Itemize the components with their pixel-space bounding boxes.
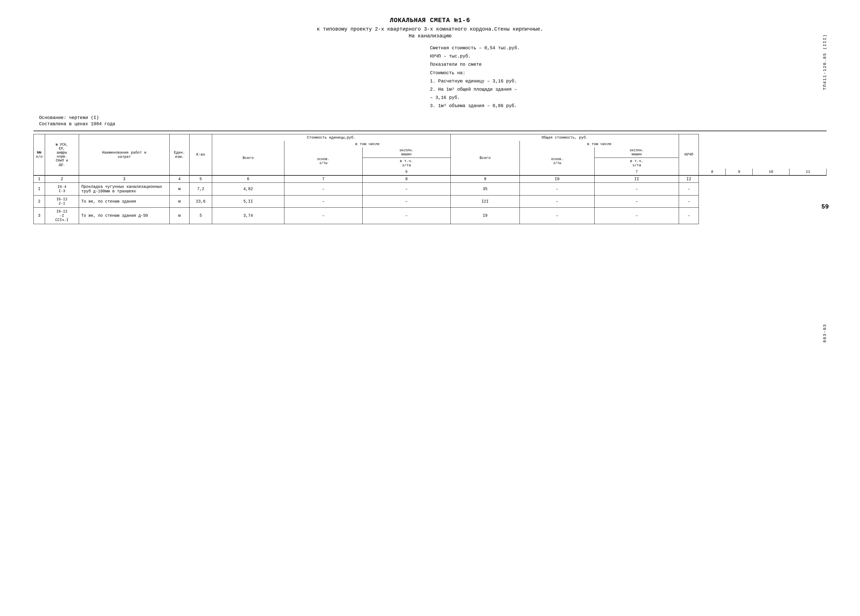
indicators-line: Показатели по смете	[430, 61, 821, 69]
sqm-line: 2. На 1м² общей площади здания –	[430, 86, 821, 94]
col-num-9: 9	[726, 168, 753, 175]
calc-unit-line: 1. Расчетную единицу – 3,16 руб.	[430, 78, 821, 85]
col-vtch1-header: в т.ч.з/та	[362, 157, 450, 168]
row2-vsego1: 5,II	[212, 195, 284, 207]
row3-kvo: 5	[190, 207, 212, 224]
table-row: I I6-4I-3 Прокладка чугунных канализацио…	[34, 182, 827, 195]
row3-name: То же, по стенам здания д-50	[79, 207, 169, 224]
row2-ed: м	[169, 195, 190, 207]
col-num-7: 7	[595, 168, 679, 175]
col-osnov1: основ.з/ты	[284, 147, 363, 175]
basis-right	[430, 115, 821, 128]
main-title: ЛОКАЛЬНАЯ СМЕТА №1-6	[33, 17, 827, 24]
subtitle1: к типовому проекту 2-х квартирного 3-х к…	[33, 26, 827, 32]
page-number-top: 59	[821, 203, 829, 211]
table-header-row1: №№п/п № УСН,ЕР,шифрынорм.СНиП идр. Наиме…	[34, 134, 827, 141]
row2-v7: –	[284, 195, 363, 207]
row2-v10: –	[520, 195, 595, 207]
table-row: 2 I6-I22-I То же, по стенам здания м 23,…	[34, 195, 827, 207]
col-vsego2: Всего	[450, 141, 519, 175]
row3-v11: –	[595, 207, 679, 224]
row3-usn: I6-I2-ICCIч.I	[45, 207, 79, 224]
row3-vsego1: 3,74	[212, 207, 284, 224]
top-divider	[33, 130, 827, 131]
compiled-line: Составлена в ценах 1984 года	[39, 121, 115, 127]
cn11: II	[595, 175, 679, 183]
info-left	[39, 44, 391, 111]
row1-v10: –	[520, 182, 595, 195]
row2-name: То же, по стенам здания	[79, 195, 169, 207]
col-header-num: №№п/п	[34, 134, 45, 175]
info-block: Сметная стоимость – 0,54 тыс.руб. НУЧП –…	[33, 44, 827, 111]
row1-v11: –	[595, 182, 679, 195]
cn10: I0	[520, 175, 595, 183]
row3-v8: –	[362, 207, 450, 224]
col-number-labels: 1 2 3 4 5 6 7 8 9 I0 II I2	[34, 175, 827, 183]
volume-line: 3. 1м³ объема здания – 0,86 руб.	[430, 102, 821, 110]
cn6: 6	[212, 175, 284, 183]
col-ekspl2: эксплн.машин	[595, 147, 679, 158]
cn9: 9	[450, 175, 519, 183]
row2-vsego2: I2I	[450, 195, 519, 207]
row1-ed: м	[169, 182, 190, 195]
row3-ed: м	[169, 207, 190, 224]
col-num-11: 11	[789, 168, 827, 175]
cost-on-line: Стоимость на:	[430, 69, 821, 77]
row1-nuch: –	[679, 182, 699, 195]
basis-line: Основание: чертежи (I)	[39, 115, 115, 120]
col-v-tom-chisle2: в том числе	[520, 141, 679, 147]
cn12: I2	[679, 175, 699, 183]
col-header-nuch: НУЧП	[679, 134, 699, 175]
row1-vsego2: 35	[450, 182, 519, 195]
col-header-cost-unit: Стоимость единицы,руб.	[212, 134, 451, 141]
cn8: 8	[362, 175, 450, 183]
row2-usn: I6-I22-I	[45, 195, 79, 207]
cn3: 3	[79, 175, 169, 183]
right-margin-bottom-label: 663-03	[822, 324, 827, 343]
row2-num: 2	[34, 195, 45, 207]
cn4: 4	[169, 175, 190, 183]
col-header-cost-total: Общая стоимость, руб.	[450, 134, 679, 141]
row1-v8: –	[362, 182, 450, 195]
cn5: 5	[190, 175, 212, 183]
col-vtch2-header: в т.ч.з/та	[595, 157, 679, 168]
row3-v10: –	[520, 207, 595, 224]
cn7: 7	[284, 175, 363, 183]
sqm-value-line: – 3,16 руб.	[430, 94, 821, 102]
col-header-usn: № УСН,ЕР,шифрынорм.СНиП идр.	[45, 134, 79, 175]
row3-v7: –	[284, 207, 363, 224]
main-table: №№п/п № УСН,ЕР,шифрынорм.СНиП идр. Наиме…	[33, 134, 827, 224]
table-row: 3 I6-I2-ICCIч.I То же, по стенам здания …	[34, 207, 827, 224]
info-right: Сметная стоимость – 0,54 тыс.руб. НУЧП –…	[430, 44, 821, 111]
col-num-6: 6	[362, 168, 450, 175]
row2-nuch: –	[679, 195, 699, 207]
col-header-ed: Един.изм.	[169, 134, 190, 175]
row1-vsego1: 4,82	[212, 182, 284, 195]
row3-nuch: –	[679, 207, 699, 224]
row3-num: 3	[34, 207, 45, 224]
col-vsego1: Всего	[212, 141, 284, 175]
document-header: ЛОКАЛЬНАЯ СМЕТА №1-6 к типовому проекту …	[33, 17, 827, 39]
col-v-tom-chisle1: в том числе	[284, 141, 451, 147]
subtitle2: На канализацию	[33, 33, 827, 39]
row1-num: I	[34, 182, 45, 195]
col-header-kvo: К-во	[190, 134, 212, 175]
row1-v7: –	[284, 182, 363, 195]
right-margin-top-label: ТП411-120.85 (III)	[822, 34, 827, 90]
col-num-8: 8	[699, 168, 726, 175]
row1-usn: I6-4I-3	[45, 182, 79, 195]
row2-v8: –	[362, 195, 450, 207]
cost-line: Сметная стоимость – 0,54 тыс.руб.	[430, 44, 821, 52]
row1-kvo: 7,2	[190, 182, 212, 195]
row3-vsego2: I9	[450, 207, 519, 224]
cn2: 2	[45, 175, 79, 183]
col-num-10: 10	[753, 168, 789, 175]
row1-name: Прокладка чугунных канализационных труб …	[79, 182, 169, 195]
nuch-line: НУЧП – тыс.руб.	[430, 53, 821, 60]
basis-left: Основание: чертежи (I) Составлена в цена…	[39, 115, 115, 128]
cn1: 1	[34, 175, 45, 183]
row2-kvo: 23,6	[190, 195, 212, 207]
col-header-name: Наименование работ изатрат	[79, 134, 169, 175]
row2-v11: –	[595, 195, 679, 207]
col-ekspl1: эксплн.машин	[362, 147, 450, 158]
